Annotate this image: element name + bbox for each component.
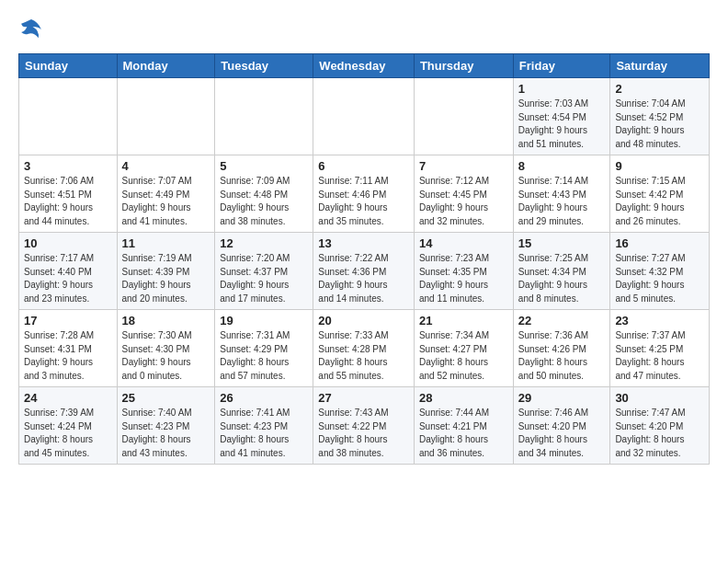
calendar-cell: 17Sunrise: 7:28 AMSunset: 4:31 PMDayligh… [19,310,118,387]
day-number: 26 [220,391,308,405]
header-row: SundayMondayTuesdayWednesdayThursdayFrid… [19,54,710,78]
day-info: Sunrise: 7:09 AMSunset: 4:48 PMDaylight:… [220,175,308,228]
day-info: Sunrise: 7:03 AMSunset: 4:54 PMDaylight:… [518,98,606,151]
day-number: 9 [615,159,704,173]
day-info: Sunrise: 7:15 AMSunset: 4:42 PMDaylight:… [615,175,704,228]
day-info: Sunrise: 7:40 AMSunset: 4:23 PMDaylight:… [122,407,210,460]
day-info: Sunrise: 7:19 AMSunset: 4:39 PMDaylight:… [122,252,210,305]
calendar-cell: 18Sunrise: 7:30 AMSunset: 4:30 PMDayligh… [117,310,215,387]
calendar-cell: 28Sunrise: 7:44 AMSunset: 4:21 PMDayligh… [414,387,513,465]
day-number: 20 [318,314,409,327]
day-info: Sunrise: 7:44 AMSunset: 4:21 PMDaylight:… [419,407,508,460]
day-number: 14 [419,236,508,250]
calendar-table: SundayMondayTuesdayWednesdayThursdayFrid… [18,53,710,465]
logo [18,17,46,44]
calendar-body: 1Sunrise: 7:03 AMSunset: 4:54 PMDaylight… [19,78,710,465]
day-info: Sunrise: 7:11 AMSunset: 4:46 PMDaylight:… [318,175,409,228]
calendar-week-2: 3Sunrise: 7:06 AMSunset: 4:51 PMDaylight… [19,155,710,233]
day-info: Sunrise: 7:14 AMSunset: 4:43 PMDaylight:… [518,175,606,228]
day-info: Sunrise: 7:06 AMSunset: 4:51 PMDaylight:… [24,175,112,228]
calendar-cell: 26Sunrise: 7:41 AMSunset: 4:23 PMDayligh… [215,387,313,465]
day-number: 23 [615,314,704,327]
calendar-cell: 21Sunrise: 7:34 AMSunset: 4:27 PMDayligh… [414,310,513,387]
calendar-cell [117,78,215,155]
day-number: 7 [419,159,508,173]
logo-icon [18,17,44,42]
weekday-header-tuesday: Tuesday [215,54,313,78]
day-number: 6 [318,159,409,173]
day-info: Sunrise: 7:34 AMSunset: 4:27 PMDaylight:… [419,329,508,383]
day-info: Sunrise: 7:33 AMSunset: 4:28 PMDaylight:… [318,329,409,383]
weekday-header-thursday: Thursday [414,54,513,78]
calendar-cell: 4Sunrise: 7:07 AMSunset: 4:49 PMDaylight… [117,155,215,233]
calendar-cell: 9Sunrise: 7:15 AMSunset: 4:42 PMDaylight… [610,155,710,233]
day-info: Sunrise: 7:07 AMSunset: 4:49 PMDaylight:… [122,175,210,228]
day-number: 21 [419,314,508,327]
calendar-cell: 20Sunrise: 7:33 AMSunset: 4:28 PMDayligh… [313,310,415,387]
weekday-header-sunday: Sunday [19,54,118,78]
day-number: 12 [220,236,308,250]
calendar-cell [414,78,513,155]
day-info: Sunrise: 7:12 AMSunset: 4:45 PMDaylight:… [419,175,508,228]
day-number: 29 [518,391,606,405]
day-number: 25 [122,391,210,405]
day-info: Sunrise: 7:39 AMSunset: 4:24 PMDaylight:… [24,407,112,460]
calendar-cell [19,78,118,155]
day-info: Sunrise: 7:25 AMSunset: 4:34 PMDaylight:… [518,252,606,305]
calendar-cell: 5Sunrise: 7:09 AMSunset: 4:48 PMDaylight… [215,155,313,233]
day-info: Sunrise: 7:17 AMSunset: 4:40 PMDaylight:… [24,252,112,305]
page: SundayMondayTuesdayWednesdayThursdayFrid… [0,0,728,477]
day-number: 2 [615,82,704,96]
calendar-cell: 29Sunrise: 7:46 AMSunset: 4:20 PMDayligh… [513,387,610,465]
calendar-cell: 16Sunrise: 7:27 AMSunset: 4:32 PMDayligh… [610,233,710,310]
calendar-cell: 2Sunrise: 7:04 AMSunset: 4:52 PMDaylight… [610,78,710,155]
weekday-header-wednesday: Wednesday [313,54,415,78]
day-number: 13 [318,236,409,250]
day-info: Sunrise: 7:43 AMSunset: 4:22 PMDaylight:… [318,407,409,460]
day-number: 28 [419,391,508,405]
calendar-cell: 30Sunrise: 7:47 AMSunset: 4:20 PMDayligh… [610,387,710,465]
day-info: Sunrise: 7:36 AMSunset: 4:26 PMDaylight:… [518,329,606,383]
calendar-week-4: 17Sunrise: 7:28 AMSunset: 4:31 PMDayligh… [19,310,710,387]
day-number: 5 [220,159,308,173]
calendar-cell: 22Sunrise: 7:36 AMSunset: 4:26 PMDayligh… [513,310,610,387]
calendar-week-5: 24Sunrise: 7:39 AMSunset: 4:24 PMDayligh… [19,387,710,465]
calendar-cell: 14Sunrise: 7:23 AMSunset: 4:35 PMDayligh… [414,233,513,310]
day-number: 15 [518,236,606,250]
calendar-cell: 3Sunrise: 7:06 AMSunset: 4:51 PMDaylight… [19,155,118,233]
day-info: Sunrise: 7:23 AMSunset: 4:35 PMDaylight:… [419,252,508,305]
calendar-cell [215,78,313,155]
day-number: 30 [615,391,704,405]
calendar-cell: 15Sunrise: 7:25 AMSunset: 4:34 PMDayligh… [513,233,610,310]
day-info: Sunrise: 7:46 AMSunset: 4:20 PMDaylight:… [518,407,606,460]
day-number: 1 [518,82,606,96]
day-info: Sunrise: 7:28 AMSunset: 4:31 PMDaylight:… [24,329,112,383]
calendar-cell: 10Sunrise: 7:17 AMSunset: 4:40 PMDayligh… [19,233,118,310]
calendar-cell: 23Sunrise: 7:37 AMSunset: 4:25 PMDayligh… [610,310,710,387]
calendar-cell: 6Sunrise: 7:11 AMSunset: 4:46 PMDaylight… [313,155,415,233]
day-info: Sunrise: 7:41 AMSunset: 4:23 PMDaylight:… [220,407,308,460]
day-number: 16 [615,236,704,250]
day-info: Sunrise: 7:37 AMSunset: 4:25 PMDaylight:… [615,329,704,383]
calendar-cell: 19Sunrise: 7:31 AMSunset: 4:29 PMDayligh… [215,310,313,387]
calendar-week-1: 1Sunrise: 7:03 AMSunset: 4:54 PMDaylight… [19,78,710,155]
day-info: Sunrise: 7:27 AMSunset: 4:32 PMDaylight:… [615,252,704,305]
day-info: Sunrise: 7:30 AMSunset: 4:30 PMDaylight:… [122,329,210,383]
day-info: Sunrise: 7:47 AMSunset: 4:20 PMDaylight:… [615,407,704,460]
day-number: 19 [220,314,308,327]
day-number: 22 [518,314,606,327]
header [18,17,710,44]
weekday-header-monday: Monday [117,54,215,78]
calendar-header: SundayMondayTuesdayWednesdayThursdayFrid… [19,54,710,78]
day-number: 18 [122,314,210,327]
calendar-cell: 13Sunrise: 7:22 AMSunset: 4:36 PMDayligh… [313,233,415,310]
day-info: Sunrise: 7:20 AMSunset: 4:37 PMDaylight:… [220,252,308,305]
calendar-cell: 27Sunrise: 7:43 AMSunset: 4:22 PMDayligh… [313,387,415,465]
calendar-cell: 11Sunrise: 7:19 AMSunset: 4:39 PMDayligh… [117,233,215,310]
day-number: 4 [122,159,210,173]
day-info: Sunrise: 7:31 AMSunset: 4:29 PMDaylight:… [220,329,308,383]
day-number: 17 [24,314,112,327]
calendar-week-3: 10Sunrise: 7:17 AMSunset: 4:40 PMDayligh… [19,233,710,310]
weekday-header-saturday: Saturday [610,54,710,78]
calendar-cell [313,78,415,155]
